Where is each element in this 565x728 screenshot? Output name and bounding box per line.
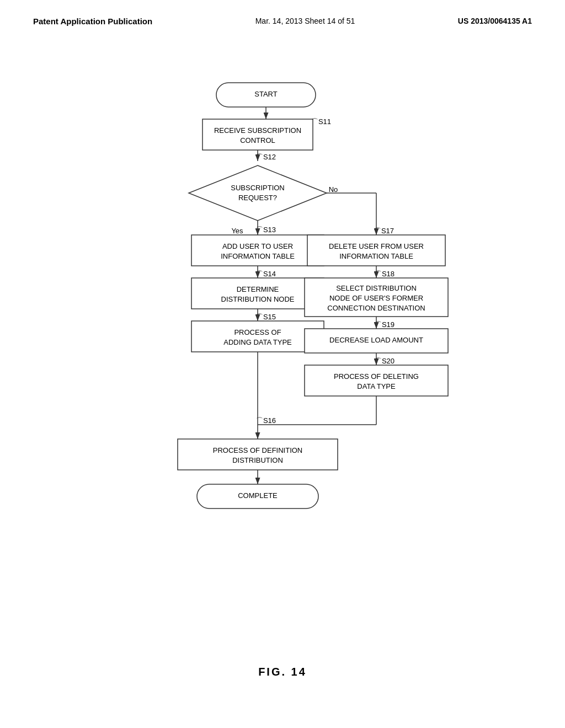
s16-label-1: PROCESS OF DEFINITION <box>213 446 303 454</box>
s20-ref: ⌒S20 <box>375 357 395 365</box>
s18-label-3: CONNECTION DESTINATION <box>327 304 425 312</box>
s18-ref: ⌒S18 <box>375 270 395 278</box>
s17-label-2: INFORMATION TABLE <box>339 252 413 260</box>
patent-number: US 2013/0064135 A1 <box>458 17 532 25</box>
s12-ref: ⌒S12 <box>256 153 276 161</box>
s19-label: DECREASE LOAD AMOUNT <box>329 336 423 344</box>
s15-label-1: PROCESS OF <box>234 328 281 336</box>
s15-ref: ⌒S15 <box>256 313 276 321</box>
s11-ref: ⌒S11 <box>311 117 331 126</box>
s12-node <box>189 165 327 221</box>
no-label: No <box>329 185 338 194</box>
sheet-info: Mar. 14, 2013 Sheet 14 of 51 <box>255 17 355 25</box>
s20-label-1: PROCESS OF DELETING <box>334 372 419 381</box>
start-label: START <box>254 90 277 98</box>
yes-label: Yes <box>231 227 243 235</box>
s16-ref: ⌒S16 <box>256 416 276 425</box>
s11-label-2: CONTROL <box>240 136 275 144</box>
s13-label-1: ADD USER TO USER <box>222 242 293 250</box>
flowchart-container: START RECEIVE SUBSCRIPTION CONTROL ⌒S11 … <box>89 72 476 636</box>
s14-ref: ⌒S14 <box>256 270 276 278</box>
s13-label-2: INFORMATION TABLE <box>221 252 295 260</box>
s12-label-2: REQUEST? <box>238 194 277 202</box>
complete-label: COMPLETE <box>238 491 278 500</box>
s17-label-1: DELETE USER FROM USER <box>329 242 424 250</box>
page-header: Patent Application Publication Mar. 14, … <box>0 0 565 26</box>
s18-label-1: SELECT DISTRIBUTION <box>336 284 417 292</box>
s19-ref: ⌒S19 <box>375 320 395 329</box>
s16-label-2: DISTRIBUTION <box>232 456 283 464</box>
s18-label-2: NODE OF USER'S FORMER <box>329 294 423 302</box>
s15-label-2: ADDING DATA TYPE <box>223 338 292 346</box>
s13-ref: ⌒S13 <box>256 226 276 234</box>
s17-ref: ⌒S17 <box>374 227 394 235</box>
s12-label-1: SUBSCRIPTION <box>231 184 285 192</box>
s14-label-2: DISTRIBUTION NODE <box>221 295 295 303</box>
publication-label: Patent Application Publication <box>33 17 152 26</box>
page: Patent Application Publication Mar. 14, … <box>0 0 565 728</box>
flowchart-svg: START RECEIVE SUBSCRIPTION CONTROL ⌒S11 … <box>89 72 465 634</box>
s20-label-2: DATA TYPE <box>357 382 396 390</box>
s11-label-1: RECEIVE SUBSCRIPTION <box>214 126 301 135</box>
s14-label-1: DETERMINE <box>237 285 279 293</box>
figure-caption: FIG. 14 <box>258 666 307 678</box>
